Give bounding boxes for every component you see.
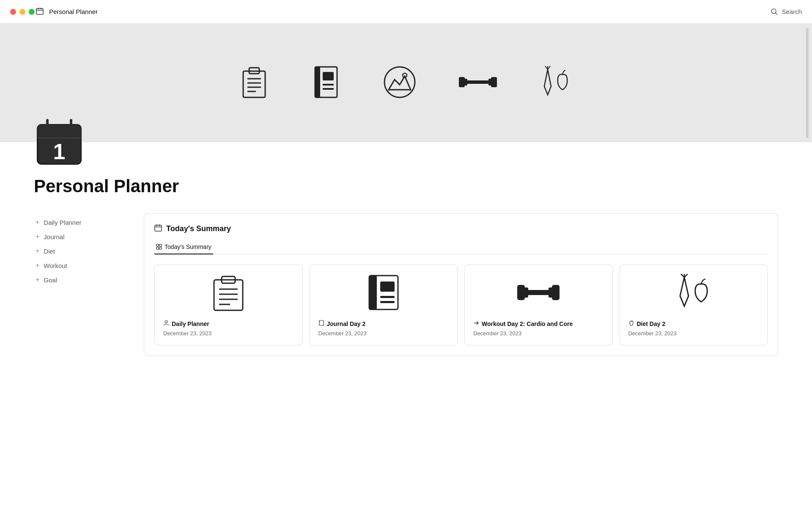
calendar-icon [36,7,44,17]
sidebar-item-diet[interactable]: + Diet [34,244,127,258]
svg-rect-35 [155,225,162,231]
svg-rect-54 [380,301,395,303]
card-label-row: Workout Day 2: Cardio and Core [473,320,573,328]
card-label-workout: Workout Day 2: Cardio and Core [482,320,573,327]
titlebar: Personal Planner Search [0,0,812,24]
svg-rect-30 [37,133,81,138]
card-label-daily-planner: Daily Planner [172,320,209,327]
card-label-journal: Journal Day 2 [327,320,366,327]
tabs: Today's Summary [154,240,768,254]
card-icon-area [163,273,294,312]
apple-icon [628,320,634,328]
svg-rect-53 [380,296,395,298]
maximize-button[interactable] [29,9,35,15]
svg-rect-15 [323,84,334,86]
grid-icon [156,244,162,250]
summary-header: Today's Summary [154,224,768,233]
card-label-row: Diet Day 2 [628,320,666,328]
svg-rect-59 [527,290,550,295]
card-label-diet: Diet Day 2 [637,320,666,327]
svg-rect-42 [159,247,162,249]
sidebar-item-workout[interactable]: + Workout [34,258,127,273]
nutrition-hero-icon [539,65,573,101]
card-label-row: Journal Day 2 [318,320,366,328]
hero-scrollbar[interactable] [806,28,809,138]
person-icon [163,320,169,328]
search-button[interactable]: Search [771,8,802,16]
card-diet[interactable]: Diet Day 2 December 23, 2023 [620,265,768,345]
content-area: Today's Summary Today's Summary [144,213,778,356]
svg-rect-13 [315,67,320,97]
layout: + Daily Planner + Journal + Diet + Worko… [34,213,778,356]
hero-banner: 1 [0,24,812,142]
card-date-workout: December 23, 2023 [473,330,521,337]
sidebar-label-journal: Journal [44,233,64,240]
tab-todays-summary[interactable]: Today's Summary [154,240,213,254]
card-journal[interactable]: Journal Day 2 December 23, 2023 [310,265,458,345]
arrow-icon [473,320,479,328]
svg-rect-51 [369,276,377,309]
svg-rect-23 [491,77,497,87]
svg-rect-39 [156,244,159,246]
svg-rect-52 [380,282,395,292]
search-icon [771,8,778,16]
traffic-lights [10,9,35,15]
book-icon [318,320,324,328]
svg-rect-0 [36,8,43,14]
minimize-button[interactable] [19,9,25,15]
svg-text:1: 1 [53,139,66,164]
plus-icon: + [36,218,39,226]
svg-rect-21 [466,80,490,84]
svg-rect-16 [323,88,334,90]
journal-hero-icon [312,65,340,101]
titlebar-left: Personal Planner [36,7,98,17]
clipboard-hero-icon [239,65,269,101]
card-icon-area [473,273,604,312]
dumbbell-hero-icon [459,69,497,97]
plus-icon: + [36,276,39,284]
sidebar-item-journal[interactable]: + Journal [34,229,127,244]
sidebar-label-goal: Goal [44,276,57,284]
calendar-hero-icon: 1 [34,117,85,168]
clipboard-card-icon [211,274,245,311]
svg-rect-6 [243,71,265,97]
dumbbell-card-icon [517,278,560,307]
card-date-journal: December 23, 2023 [318,330,367,337]
card-label-row: Daily Planner [163,320,209,328]
sidebar-label-workout: Workout [44,262,67,269]
plus-icon: + [36,233,39,240]
summary-card: Today's Summary Today's Summary [144,213,778,356]
svg-rect-61 [552,285,560,300]
svg-rect-43 [214,280,243,310]
svg-rect-14 [323,72,334,80]
sidebar-label-daily-planner: Daily Planner [44,219,81,226]
close-button[interactable] [10,9,16,15]
summary-title: Today's Summary [166,224,231,233]
svg-point-4 [771,9,776,14]
card-date-daily-planner: December 23, 2023 [163,330,211,337]
svg-point-17 [384,67,415,97]
card-icon-area [318,273,449,312]
page-title: Personal Planner [34,176,778,196]
main-content: Personal Planner + Daily Planner + Journ… [0,142,812,373]
mountain-hero-icon [383,65,417,101]
summary-calendar-icon [154,224,162,233]
sidebar-item-goal[interactable]: + Goal [34,273,127,287]
sidebar-item-daily-planner[interactable]: + Daily Planner [34,215,127,229]
card-date-diet: December 23, 2023 [628,330,677,337]
hero-icons [239,65,573,101]
plus-icon: + [36,247,39,255]
plus-icon: + [36,262,39,269]
svg-line-5 [776,13,778,15]
app-title: Personal Planner [49,8,98,15]
svg-point-49 [165,320,167,323]
card-workout[interactable]: Workout Day 2: Cardio and Core December … [464,265,613,345]
card-icon-area [628,273,759,312]
sidebar: + Daily Planner + Journal + Diet + Worko… [34,213,127,356]
sidebar-label-diet: Diet [44,248,55,255]
nutrition-card-icon [675,274,712,311]
svg-rect-40 [159,244,162,246]
cards-grid: Daily Planner December 23, 2023 [154,265,768,345]
svg-rect-41 [156,247,159,249]
card-daily-planner[interactable]: Daily Planner December 23, 2023 [154,265,303,345]
